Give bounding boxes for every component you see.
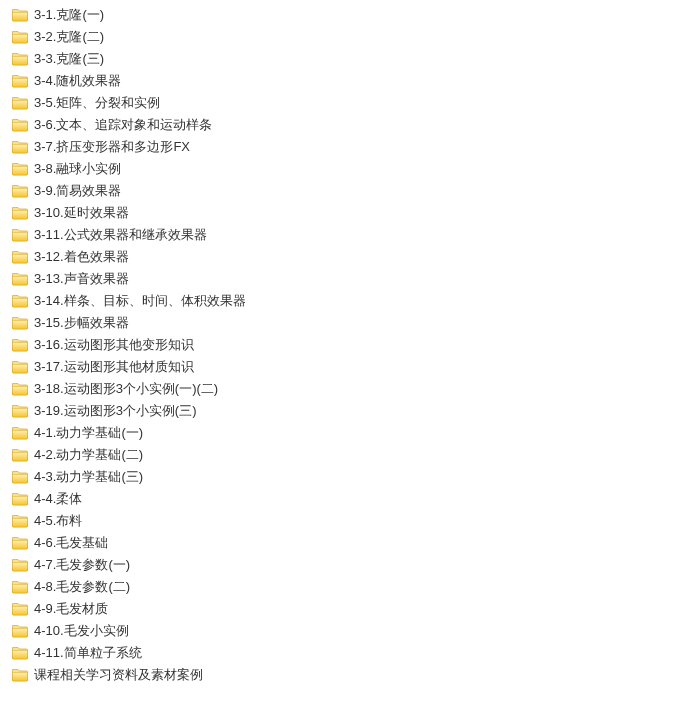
folder-item[interactable]: 3-7.挤压变形器和多边形FX bbox=[8, 136, 692, 158]
folder-name: 3-3.克隆(三) bbox=[34, 48, 104, 70]
folder-item[interactable]: 4-11.简单粒子系统 bbox=[8, 642, 692, 664]
folder-icon bbox=[12, 74, 28, 88]
folder-item[interactable]: 课程相关学习资料及素材案例 bbox=[8, 664, 692, 686]
folder-name: 3-16.运动图形其他变形知识 bbox=[34, 334, 194, 356]
folder-icon bbox=[12, 52, 28, 66]
folder-name: 4-10.毛发小实例 bbox=[34, 620, 129, 642]
folder-icon bbox=[12, 470, 28, 484]
folder-name: 4-4.柔体 bbox=[34, 488, 82, 510]
folder-item[interactable]: 3-12.着色效果器 bbox=[8, 246, 692, 268]
folder-icon bbox=[12, 118, 28, 132]
folder-item[interactable]: 4-5.布料 bbox=[8, 510, 692, 532]
folder-item[interactable]: 3-9.简易效果器 bbox=[8, 180, 692, 202]
folder-icon bbox=[12, 646, 28, 660]
folder-item[interactable]: 3-17.运动图形其他材质知识 bbox=[8, 356, 692, 378]
folder-icon bbox=[12, 316, 28, 330]
folder-icon bbox=[12, 228, 28, 242]
folder-icon bbox=[12, 162, 28, 176]
folder-icon bbox=[12, 492, 28, 506]
folder-name: 3-4.随机效果器 bbox=[34, 70, 121, 92]
folder-icon bbox=[12, 8, 28, 22]
folder-icon bbox=[12, 206, 28, 220]
folder-item[interactable]: 3-1.克隆(一) bbox=[8, 4, 692, 26]
folder-item[interactable]: 3-4.随机效果器 bbox=[8, 70, 692, 92]
folder-icon bbox=[12, 96, 28, 110]
folder-item[interactable]: 3-5.矩阵、分裂和实例 bbox=[8, 92, 692, 114]
folder-name: 3-8.融球小实例 bbox=[34, 158, 121, 180]
folder-icon bbox=[12, 580, 28, 594]
folder-icon bbox=[12, 30, 28, 44]
folder-item[interactable]: 4-9.毛发材质 bbox=[8, 598, 692, 620]
folder-icon bbox=[12, 448, 28, 462]
folder-icon bbox=[12, 382, 28, 396]
folder-name: 3-17.运动图形其他材质知识 bbox=[34, 356, 194, 378]
folder-icon bbox=[12, 338, 28, 352]
folder-name: 4-8.毛发参数(二) bbox=[34, 576, 130, 598]
folder-item[interactable]: 4-10.毛发小实例 bbox=[8, 620, 692, 642]
folder-name: 3-11.公式效果器和继承效果器 bbox=[34, 224, 207, 246]
folder-item[interactable]: 3-14.样条、目标、时间、体积效果器 bbox=[8, 290, 692, 312]
folder-name: 3-9.简易效果器 bbox=[34, 180, 121, 202]
folder-name: 4-7.毛发参数(一) bbox=[34, 554, 130, 576]
folder-name: 3-2.克隆(二) bbox=[34, 26, 104, 48]
folder-name: 4-11.简单粒子系统 bbox=[34, 642, 142, 664]
folder-icon bbox=[12, 536, 28, 550]
folder-icon bbox=[12, 602, 28, 616]
folder-icon bbox=[12, 426, 28, 440]
folder-item[interactable]: 4-6.毛发基础 bbox=[8, 532, 692, 554]
folder-name: 3-12.着色效果器 bbox=[34, 246, 129, 268]
folder-item[interactable]: 4-1.动力学基础(一) bbox=[8, 422, 692, 444]
folder-name: 3-15.步幅效果器 bbox=[34, 312, 129, 334]
folder-item[interactable]: 4-8.毛发参数(二) bbox=[8, 576, 692, 598]
folder-item[interactable]: 3-16.运动图形其他变形知识 bbox=[8, 334, 692, 356]
folder-icon bbox=[12, 514, 28, 528]
folder-name: 3-1.克隆(一) bbox=[34, 4, 104, 26]
folder-name: 3-7.挤压变形器和多边形FX bbox=[34, 136, 190, 158]
folder-item[interactable]: 3-3.克隆(三) bbox=[8, 48, 692, 70]
folder-name: 3-18.运动图形3个小实例(一)(二) bbox=[34, 378, 218, 400]
folder-name: 课程相关学习资料及素材案例 bbox=[34, 664, 203, 686]
folder-name: 3-6.文本、追踪对象和运动样条 bbox=[34, 114, 212, 136]
folder-icon bbox=[12, 140, 28, 154]
folder-icon bbox=[12, 558, 28, 572]
folder-item[interactable]: 4-7.毛发参数(一) bbox=[8, 554, 692, 576]
folder-icon bbox=[12, 294, 28, 308]
folder-icon bbox=[12, 250, 28, 264]
folder-icon bbox=[12, 360, 28, 374]
folder-name: 4-9.毛发材质 bbox=[34, 598, 108, 620]
folder-item[interactable]: 4-4.柔体 bbox=[8, 488, 692, 510]
folder-item[interactable]: 3-10.延时效果器 bbox=[8, 202, 692, 224]
folder-item[interactable]: 3-8.融球小实例 bbox=[8, 158, 692, 180]
folder-item[interactable]: 3-2.克隆(二) bbox=[8, 26, 692, 48]
folder-item[interactable]: 4-3.动力学基础(三) bbox=[8, 466, 692, 488]
folder-icon bbox=[12, 404, 28, 418]
folder-item[interactable]: 3-19.运动图形3个小实例(三) bbox=[8, 400, 692, 422]
folder-item[interactable]: 3-18.运动图形3个小实例(一)(二) bbox=[8, 378, 692, 400]
folder-name: 4-5.布料 bbox=[34, 510, 82, 532]
folder-name: 4-1.动力学基础(一) bbox=[34, 422, 143, 444]
folder-item[interactable]: 3-11.公式效果器和继承效果器 bbox=[8, 224, 692, 246]
folder-name: 3-5.矩阵、分裂和实例 bbox=[34, 92, 160, 114]
folder-icon bbox=[12, 184, 28, 198]
folder-item[interactable]: 4-2.动力学基础(二) bbox=[8, 444, 692, 466]
folder-list: 3-1.克隆(一) 3-2.克隆(二) 3-3.克隆(三) bbox=[8, 4, 692, 686]
folder-item[interactable]: 3-15.步幅效果器 bbox=[8, 312, 692, 334]
folder-name: 3-13.声音效果器 bbox=[34, 268, 129, 290]
folder-item[interactable]: 3-6.文本、追踪对象和运动样条 bbox=[8, 114, 692, 136]
folder-name: 4-3.动力学基础(三) bbox=[34, 466, 143, 488]
folder-name: 3-19.运动图形3个小实例(三) bbox=[34, 400, 197, 422]
folder-name: 4-6.毛发基础 bbox=[34, 532, 108, 554]
folder-icon bbox=[12, 668, 28, 682]
folder-icon bbox=[12, 624, 28, 638]
folder-icon bbox=[12, 272, 28, 286]
folder-name: 3-10.延时效果器 bbox=[34, 202, 129, 224]
folder-name: 3-14.样条、目标、时间、体积效果器 bbox=[34, 290, 246, 312]
folder-item[interactable]: 3-13.声音效果器 bbox=[8, 268, 692, 290]
folder-name: 4-2.动力学基础(二) bbox=[34, 444, 143, 466]
